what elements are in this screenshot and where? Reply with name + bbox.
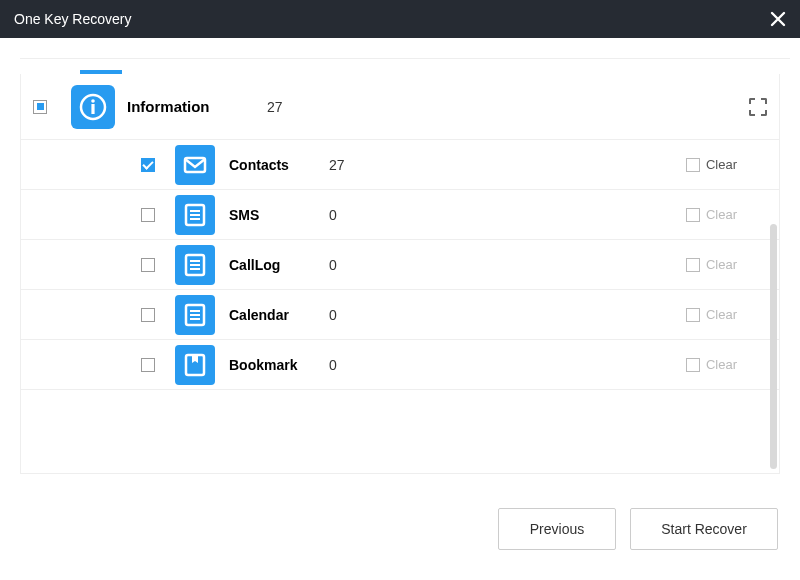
clear-label: Clear (706, 307, 737, 322)
start-recover-button[interactable]: Start Recover (630, 508, 778, 550)
item-name: SMS (229, 207, 329, 223)
item-checkbox[interactable] (141, 308, 155, 322)
clear-group: Clear (686, 207, 737, 222)
item-name: CallLog (229, 257, 329, 273)
doc-icon (175, 195, 215, 235)
clear-checkbox[interactable] (686, 158, 700, 172)
item-row-calendar[interactable]: Calendar0Clear (21, 290, 779, 340)
clear-label: Clear (706, 257, 737, 272)
content-area: Information 27 Contacts27ClearSMS0ClearC… (0, 38, 800, 580)
close-icon[interactable] (770, 11, 786, 27)
item-count: 0 (329, 357, 389, 373)
scrollbar[interactable] (770, 224, 777, 469)
clear-label: Clear (706, 207, 737, 222)
clear-checkbox (686, 208, 700, 222)
item-checkbox[interactable] (141, 358, 155, 372)
book-icon (175, 345, 215, 385)
item-row-sms[interactable]: SMS0Clear (21, 190, 779, 240)
item-checkbox[interactable] (141, 158, 155, 172)
previous-button[interactable]: Previous (498, 508, 616, 550)
clear-checkbox (686, 358, 700, 372)
category-count: 27 (267, 99, 283, 115)
category-name: Information (127, 98, 267, 115)
item-count: 0 (329, 307, 389, 323)
item-count: 0 (329, 257, 389, 273)
window-title: One Key Recovery (14, 11, 132, 27)
clear-checkbox (686, 308, 700, 322)
doc-icon (175, 245, 215, 285)
selection-icon[interactable] (749, 98, 767, 116)
item-count: 27 (329, 157, 389, 173)
item-row-calllog[interactable]: CallLog0Clear (21, 240, 779, 290)
titlebar: One Key Recovery (0, 0, 800, 38)
footer-buttons: Previous Start Recover (498, 508, 778, 550)
item-name: Bookmark (229, 357, 329, 373)
item-checkbox[interactable] (141, 258, 155, 272)
category-row-information[interactable]: Information 27 (21, 74, 779, 140)
clear-checkbox (686, 258, 700, 272)
clear-group: Clear (686, 307, 737, 322)
item-row-contacts[interactable]: Contacts27Clear (21, 140, 779, 190)
clear-label: Clear (706, 157, 737, 172)
clear-label: Clear (706, 357, 737, 372)
clear-group: Clear (686, 257, 737, 272)
tab-strip (20, 58, 790, 74)
clear-group: Clear (686, 357, 737, 372)
svg-point-1 (91, 99, 95, 103)
item-count: 0 (329, 207, 389, 223)
item-name: Calendar (229, 307, 329, 323)
item-checkbox[interactable] (141, 208, 155, 222)
clear-group[interactable]: Clear (686, 157, 737, 172)
item-row-bookmark[interactable]: Bookmark0Clear (21, 340, 779, 390)
item-name: Contacts (229, 157, 329, 173)
doc-icon (175, 295, 215, 335)
data-list: Information 27 Contacts27ClearSMS0ClearC… (20, 74, 780, 474)
svg-rect-2 (91, 104, 94, 114)
category-checkbox[interactable] (33, 100, 47, 114)
info-icon (71, 85, 115, 129)
mail-icon (175, 145, 215, 185)
